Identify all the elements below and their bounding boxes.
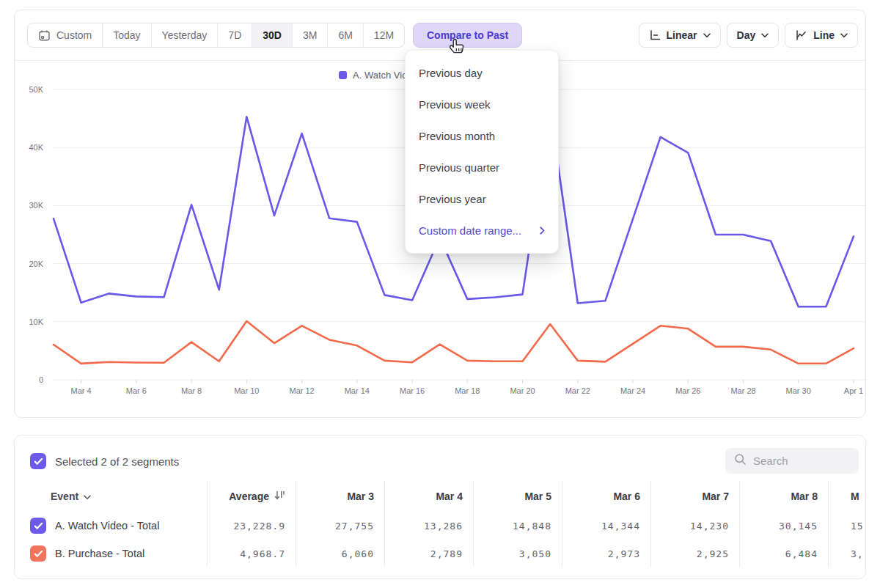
search-box (725, 448, 859, 474)
chevron-down-icon (840, 33, 848, 38)
menu-item-previous-quarter[interactable]: Previous quarter (406, 152, 558, 183)
range-6m[interactable]: 6M (328, 23, 363, 47)
date-range-group: Custom Today Yesterday 7D 30D 3M 6M 12M (27, 23, 405, 48)
chevron-right-icon (540, 224, 545, 237)
table-cell: 2,925 (650, 540, 739, 567)
table-cell: 30,145 (739, 512, 828, 540)
segments-card: Selected 2 of 2 segments Event Average (14, 435, 866, 579)
segments-header: Selected 2 of 2 segments (30, 453, 179, 469)
svg-text:Mar 4: Mar 4 (71, 386, 92, 395)
date-column-header: Mar 8 (739, 481, 828, 512)
svg-text:50K: 50K (29, 85, 43, 94)
svg-text:Mar 14: Mar 14 (345, 386, 370, 395)
date-column-header: Mar 5 (473, 481, 562, 512)
menu-item-previous-week[interactable]: Previous week (406, 89, 558, 120)
svg-text:40K: 40K (29, 143, 43, 152)
table-cell-clipped: 3, (828, 540, 866, 567)
date-column-header: Mar 4 (384, 481, 473, 512)
row-a-checkbox[interactable] (30, 518, 46, 534)
svg-text:30K: 30K (29, 201, 43, 210)
selected-count-label: Selected 2 of 2 segments (55, 455, 179, 468)
table-row-b-event: B. Purchase - Total (15, 540, 207, 567)
menu-item-previous-day[interactable]: Previous day (406, 57, 558, 89)
legend-marker-a (339, 71, 347, 79)
row-a-label: A. Watch Video - Total (55, 520, 159, 532)
table-cell: 3,050 (473, 540, 562, 567)
svg-text:Mar 10: Mar 10 (234, 386, 259, 395)
row-b-label: B. Purchase - Total (55, 548, 144, 559)
scale-dropdown[interactable]: Linear (639, 23, 721, 48)
menu-item-previous-month[interactable]: Previous month (406, 120, 558, 152)
svg-text:Mar 22: Mar 22 (565, 386, 590, 395)
table-cell: 2,789 (384, 540, 473, 567)
compare-to-past-button[interactable]: Compare to Past (413, 23, 522, 48)
range-custom[interactable]: Custom (28, 23, 103, 47)
interval-dropdown[interactable]: Day (727, 23, 780, 48)
segments-table: Event Average Mar 3 Mar 4 Mar 5 Mar 6 Ma… (15, 481, 866, 567)
range-7d[interactable]: 7D (218, 23, 252, 47)
row-b-checkbox[interactable] (30, 545, 46, 562)
chevron-down-icon (84, 490, 91, 502)
date-column-header-clipped: M (828, 481, 866, 512)
table-row-a-event: A. Watch Video - Total (15, 512, 207, 540)
table-cell: 13,286 (384, 512, 473, 540)
range-yesterday[interactable]: Yesterday (152, 23, 219, 47)
range-today[interactable]: Today (103, 23, 151, 47)
table-cell: 27,755 (296, 512, 384, 540)
svg-text:Mar 24: Mar 24 (620, 386, 645, 395)
svg-text:Mar 16: Mar 16 (400, 386, 425, 395)
average-column-header[interactable]: Average (207, 481, 296, 512)
search-input[interactable] (753, 455, 848, 467)
range-12m[interactable]: 12M (364, 23, 404, 47)
row-a-average: 23,228.9 (207, 512, 296, 540)
svg-text:Mar 20: Mar 20 (510, 386, 535, 395)
svg-text:Mar 28: Mar 28 (730, 386, 755, 395)
table-cell: 14,344 (562, 512, 650, 540)
svg-text:Apr 1: Apr 1 (844, 386, 863, 395)
compare-to-past-menu: Previous day Previous week Previous mont… (405, 50, 559, 254)
date-column-header: Mar 6 (562, 481, 650, 512)
line-chart-icon (795, 29, 807, 41)
sort-descending-icon (274, 490, 285, 502)
date-column-header: Mar 7 (650, 481, 739, 512)
search-icon (734, 453, 747, 468)
svg-text:Mar 6: Mar 6 (126, 386, 147, 395)
svg-text:Mar 30: Mar 30 (786, 386, 811, 395)
table-cell: 2,973 (562, 540, 650, 567)
table-cell: 14,230 (650, 512, 739, 540)
calendar-icon (38, 29, 51, 42)
svg-text:Mar 8: Mar 8 (181, 386, 202, 395)
select-all-checkbox[interactable] (30, 453, 46, 469)
table-cell-clipped: 15, (828, 512, 866, 540)
menu-item-previous-year[interactable]: Previous year (406, 183, 558, 215)
range-3m[interactable]: 3M (293, 23, 328, 47)
table-cell: 14,848 (473, 512, 562, 540)
analytics-dashboard: Custom Today Yesterday 7D 30D 3M 6M 12M … (0, 0, 880, 588)
svg-text:Mar 18: Mar 18 (455, 386, 480, 395)
svg-text:10K: 10K (29, 317, 43, 326)
chevron-down-icon (761, 33, 769, 38)
svg-text:20K: 20K (29, 260, 43, 268)
table-cell: 6,060 (296, 540, 384, 567)
axis-scale-icon (649, 29, 661, 41)
range-30d[interactable]: 30D (252, 23, 293, 47)
svg-text:Mar 26: Mar 26 (675, 386, 700, 395)
menu-item-custom-date-range[interactable]: Custom date range... (406, 215, 558, 246)
chevron-down-icon (703, 33, 711, 38)
event-column-header[interactable]: Event (15, 481, 207, 512)
chart-type-dropdown[interactable]: Line (785, 23, 858, 48)
svg-text:Mar 12: Mar 12 (289, 386, 314, 395)
date-column-header: Mar 3 (296, 481, 384, 512)
svg-text:0: 0 (39, 375, 43, 384)
range-custom-label: Custom (56, 29, 92, 41)
chart-view-buttons: Linear Day Line (639, 23, 858, 48)
row-b-average: 4,968.7 (207, 540, 296, 567)
table-cell: 6,484 (739, 540, 828, 567)
